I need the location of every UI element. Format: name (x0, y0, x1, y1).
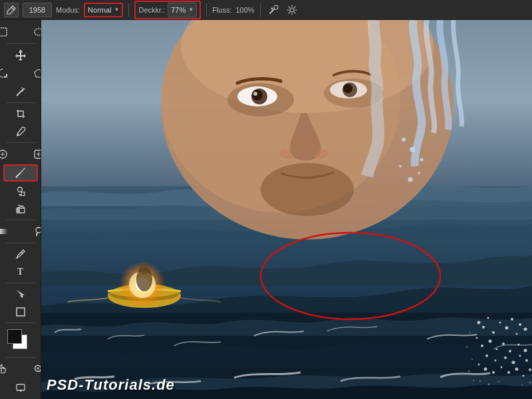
canvas-area[interactable]: PSD-Tutorials.de (41, 20, 532, 399)
svg-point-63 (492, 331, 495, 334)
main-area: T (0, 20, 532, 399)
svg-point-69 (524, 328, 527, 331)
polygonal-lasso-tool[interactable] (21, 64, 42, 82)
divider-3 (6, 142, 35, 143)
lasso-tool[interactable] (0, 64, 20, 82)
svg-point-76 (518, 344, 520, 346)
svg-rect-31 (41, 20, 532, 219)
deckkr-arrow-icon: ▼ (188, 7, 194, 13)
svg-point-70 (476, 337, 478, 339)
eraser-tool[interactable] (3, 200, 38, 217)
svg-point-2 (290, 8, 294, 12)
svg-point-65 (505, 327, 509, 330)
svg-point-80 (504, 356, 507, 359)
svg-point-77 (524, 349, 527, 352)
svg-point-45 (342, 82, 357, 97)
svg-point-89 (515, 368, 519, 371)
svg-point-94 (471, 358, 473, 360)
brush-size-display[interactable]: 1958 (23, 3, 52, 17)
svg-point-57 (136, 267, 152, 291)
modus-arrow-icon: ▼ (114, 7, 120, 13)
svg-point-78 (485, 354, 488, 357)
clone-stamp-tool[interactable] (3, 182, 38, 200)
svg-rect-21 (0, 229, 7, 234)
svg-point-49 (420, 158, 424, 162)
divider-1 (6, 43, 35, 44)
fluss-label: Fluss: (212, 6, 231, 14)
svg-point-39 (261, 163, 354, 216)
svg-point-91 (529, 368, 531, 371)
svg-point-53 (108, 284, 181, 308)
marquee-rect-tool[interactable] (0, 23, 20, 41)
svg-point-93 (466, 346, 468, 348)
foreground-color-swatch[interactable] (7, 329, 22, 344)
deckkr-dropdown[interactable]: 77% ▼ (168, 3, 197, 17)
svg-point-84 (478, 364, 480, 366)
brush-tool[interactable] (3, 164, 38, 182)
heal-tool[interactable] (0, 145, 20, 164)
modus-value: Normal (88, 6, 111, 14)
svg-point-36 (181, 20, 434, 113)
svg-point-1 (271, 7, 273, 9)
marquee-ellipse-tool[interactable] (21, 23, 42, 41)
svg-point-101 (498, 381, 499, 382)
svg-point-95 (529, 382, 531, 384)
svg-point-100 (488, 384, 490, 386)
shape-tool[interactable] (3, 303, 38, 321)
svg-point-90 (523, 375, 525, 377)
svg-point-52 (418, 172, 420, 174)
modus-dropdown[interactable]: Normal ▼ (84, 3, 123, 17)
screen-mode-icon[interactable] (3, 379, 38, 396)
text-tool[interactable]: T (3, 263, 38, 281)
divider-7 (6, 323, 35, 323)
heal-tools (0, 145, 41, 164)
svg-point-44 (330, 81, 367, 98)
gradient-tool[interactable] (0, 222, 20, 241)
svg-point-12 (17, 134, 19, 136)
svg-point-98 (473, 380, 474, 381)
airbrush-icon[interactable] (266, 3, 281, 17)
svg-point-60 (477, 321, 481, 325)
crop-tool[interactable] (3, 105, 38, 122)
svg-rect-32 (41, 186, 532, 399)
svg-point-55 (129, 271, 156, 298)
svg-point-58 (139, 264, 150, 275)
svg-point-42 (252, 90, 263, 100)
path-select-tool[interactable] (3, 285, 38, 303)
svg-point-54 (119, 261, 166, 308)
brush-tool-icon[interactable] (4, 3, 19, 17)
dodge-tool[interactable] (21, 222, 42, 241)
zoom-tool[interactable] (21, 360, 42, 378)
top-toolbar: 1958 Modus: Normal ▼ Deckkr.: 77% ▼ Flus… (0, 0, 532, 20)
svg-marker-6 (35, 69, 42, 77)
settings-icon[interactable] (285, 3, 299, 17)
svg-point-0 (274, 5, 278, 9)
svg-point-50 (399, 165, 402, 168)
svg-point-22 (36, 227, 41, 233)
svg-point-81 (512, 361, 515, 364)
patch-tool[interactable] (21, 145, 42, 164)
divider-8 (6, 357, 35, 358)
color-swatches[interactable] (7, 329, 34, 351)
svg-rect-18 (21, 192, 25, 196)
move-tool[interactable] (3, 46, 38, 63)
divider-6 (6, 283, 35, 283)
svg-point-85 (484, 368, 487, 371)
hand-tool[interactable] (0, 360, 20, 378)
eyedropper-tool[interactable] (3, 123, 38, 140)
deckkr-label: Deckkr.: (138, 6, 165, 14)
svg-rect-23 (17, 308, 25, 316)
svg-point-72 (489, 340, 492, 343)
svg-point-86 (492, 371, 495, 374)
svg-point-71 (481, 344, 483, 347)
svg-point-4 (35, 29, 42, 35)
svg-point-59 (261, 233, 440, 319)
svg-point-16 (15, 176, 17, 178)
svg-point-41 (251, 88, 267, 104)
magic-wand-tool[interactable] (3, 83, 38, 100)
svg-point-48 (410, 147, 415, 152)
pen-tool[interactable] (3, 245, 38, 263)
separator-2 (206, 3, 207, 17)
svg-point-17 (17, 187, 22, 192)
bottom-watermark-text: PSD-Tutorials.de (47, 376, 175, 394)
